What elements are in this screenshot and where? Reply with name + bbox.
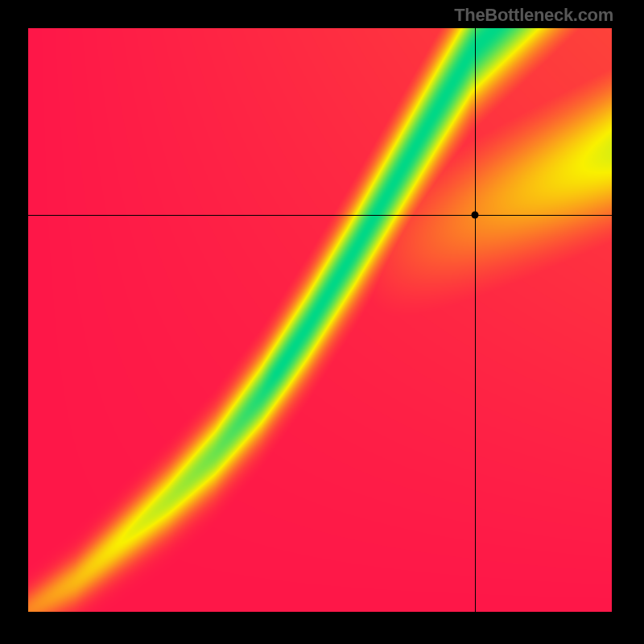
selection-marker xyxy=(472,212,479,219)
crosshair-vertical xyxy=(475,28,476,612)
attribution-text: TheBottleneck.com xyxy=(454,5,613,26)
heatmap-plot xyxy=(28,28,612,612)
heatmap-canvas xyxy=(28,28,612,612)
chart-frame: TheBottleneck.com xyxy=(0,0,644,644)
crosshair-horizontal xyxy=(28,215,612,216)
